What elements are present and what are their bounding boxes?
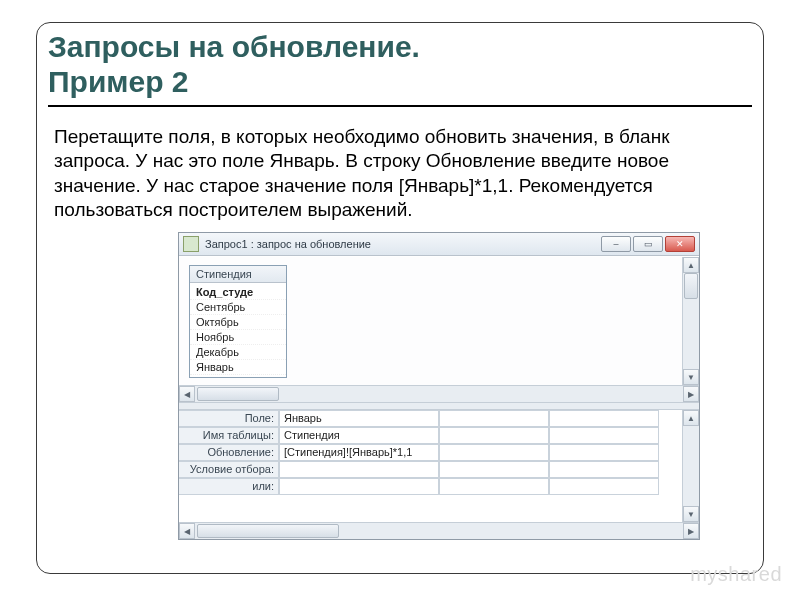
grid-label: Обновление: [179,444,279,461]
grid-cell-update[interactable]: [Стипендия]![Январь]*1,1 [279,444,439,461]
scroll-down-icon[interactable]: ▼ [683,506,699,522]
hscroll-thumb[interactable] [197,387,279,401]
scroll-right-icon[interactable]: ▶ [683,523,699,539]
query-icon [183,236,199,252]
source-table-box[interactable]: Стипендия Код_студе Сентябрь Октябрь Ноя… [189,265,287,378]
grid-cell[interactable] [439,427,549,444]
lower-vscroll[interactable]: ▲ ▼ [682,410,699,522]
grid-cell[interactable] [549,444,659,461]
scroll-right-icon[interactable]: ▶ [683,386,699,402]
title-underline [48,105,752,107]
grid-cell-criteria[interactable] [279,461,439,478]
title-line-2: Пример 2 [48,65,189,98]
grid-cell[interactable] [549,478,659,495]
lower-hscroll[interactable]: ◀ ▶ [179,522,699,539]
scroll-up-icon[interactable]: ▲ [683,257,699,273]
pane-splitter[interactable] [179,402,699,410]
scroll-left-icon[interactable]: ◀ [179,386,195,402]
query-grid-pane: Поле: Январь Имя таблицы: Стипендия Обно… [179,410,699,522]
upper-vscroll[interactable]: ▲ ▼ [682,257,699,385]
grid-cell[interactable] [549,427,659,444]
field-item[interactable]: Код_студе [190,285,286,300]
body-text: Перетащите поля, в которых необходимо об… [54,125,746,222]
grid-cell-table[interactable]: Стипендия [279,427,439,444]
grid-label: или: [179,478,279,495]
grid-cell[interactable] [549,410,659,427]
upper-hscroll[interactable]: ◀ ▶ [179,385,699,402]
window-titlebar[interactable]: Запрос1 : запрос на обновление – ▭ ✕ [179,233,699,256]
upper-pane: Стипендия Код_студе Сентябрь Октябрь Ноя… [179,256,699,402]
field-item[interactable]: Ноябрь [190,330,286,345]
field-item[interactable]: Сентябрь [190,300,286,315]
grid-cell-field[interactable]: Январь [279,410,439,427]
close-button[interactable]: ✕ [665,236,695,252]
grid-cell[interactable] [439,461,549,478]
field-item[interactable]: Январь [190,360,286,375]
grid-cell-or[interactable] [279,478,439,495]
query-grid[interactable]: Поле: Январь Имя таблицы: Стипендия Обно… [179,410,682,522]
slide: Запросы на обновление. Пример 2 Перетащи… [0,0,800,600]
grid-cell[interactable] [439,444,549,461]
grid-cell[interactable] [439,478,549,495]
access-window: Запрос1 : запрос на обновление – ▭ ✕ Сти… [178,232,700,540]
scroll-up-icon[interactable]: ▲ [683,410,699,426]
grid-cell[interactable] [439,410,549,427]
grid-cell[interactable] [549,461,659,478]
source-field-list[interactable]: Код_студе Сентябрь Октябрь Ноябрь Декабр… [190,283,286,377]
field-item[interactable]: Декабрь [190,345,286,360]
grid-label: Поле: [179,410,279,427]
scroll-down-icon[interactable]: ▼ [683,369,699,385]
field-item[interactable]: Октябрь [190,315,286,330]
scroll-thumb[interactable] [684,273,698,299]
grid-label: Имя таблицы: [179,427,279,444]
watermark: myshared [690,563,782,586]
minimize-button[interactable]: – [601,236,631,252]
scroll-left-icon[interactable]: ◀ [179,523,195,539]
source-table-title: Стипендия [190,266,286,283]
slide-title: Запросы на обновление. Пример 2 [48,30,752,99]
maximize-button[interactable]: ▭ [633,236,663,252]
grid-label: Условие отбора: [179,461,279,478]
window-buttons: – ▭ ✕ [601,236,695,252]
hscroll-thumb[interactable] [197,524,339,538]
title-line-1: Запросы на обновление. [48,30,420,63]
window-title: Запрос1 : запрос на обновление [205,238,601,250]
